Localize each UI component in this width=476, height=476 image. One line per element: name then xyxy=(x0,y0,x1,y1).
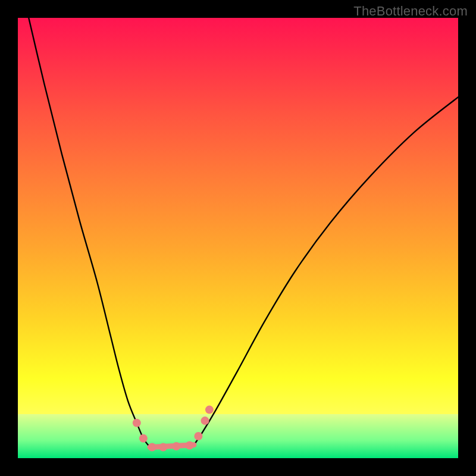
right-curve xyxy=(194,97,458,445)
left-curve xyxy=(27,18,150,447)
watermark-text: TheBottleneck.com xyxy=(353,4,468,19)
marker-dot xyxy=(133,419,141,427)
marker-dot xyxy=(139,434,148,443)
markers-group xyxy=(133,406,214,452)
marker-dot xyxy=(172,442,180,450)
lines-group xyxy=(27,18,458,447)
marker-dot xyxy=(201,416,209,425)
marker-dot xyxy=(194,432,202,440)
plot-area xyxy=(18,18,458,458)
curve-layer xyxy=(18,18,458,458)
marker-dot xyxy=(159,443,167,452)
chart-stage: TheBottleneck.com xyxy=(0,0,476,476)
marker-dot xyxy=(148,443,156,452)
marker-dot xyxy=(186,441,194,450)
marker-dot xyxy=(205,406,214,414)
